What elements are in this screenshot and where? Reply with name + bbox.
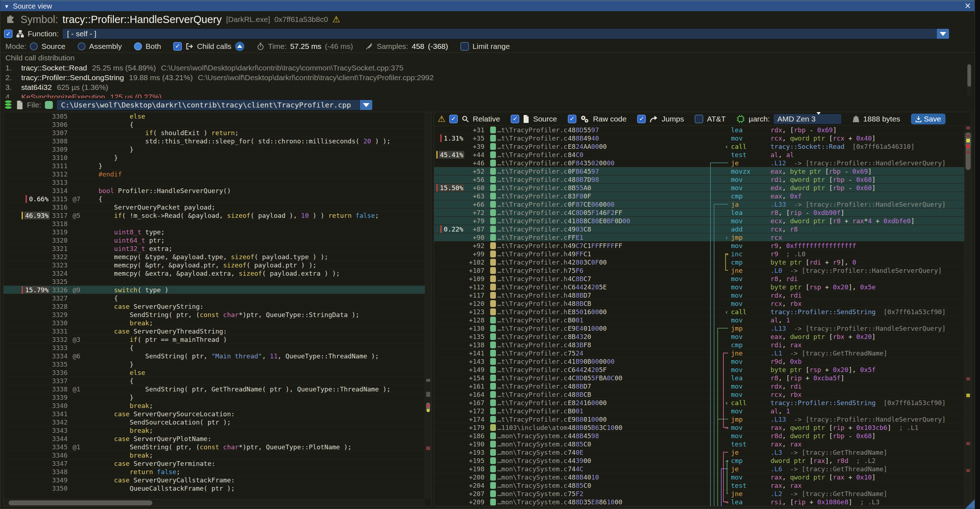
- asm-row[interactable]: +102…t\TracyProfiler.hpp:67642803C0F00cm…: [434, 258, 964, 266]
- child-calls-checkbox[interactable]: ✓: [173, 42, 182, 51]
- source-line[interactable]: 3328 case ServerQueryString:: [3, 302, 425, 310]
- resize-grip[interactable]: [965, 499, 975, 509]
- distribution-row[interactable]: 2.tracy::Profiler::SendLongString19.88 m…: [5, 73, 970, 82]
- function-dropdown[interactable]: [ - self - ]: [62, 29, 950, 39]
- asm-row[interactable]: +193…mon\TracySystem.cpp:197740Eje.L3 ->…: [434, 448, 964, 457]
- radio-both[interactable]: [134, 43, 142, 50]
- asm-row[interactable]: +128…t\TracyProfiler.cpp:3401B001moval, …: [434, 316, 964, 324]
- source-line[interactable]: 3325: [3, 277, 425, 286]
- asm-row[interactable]: +120…t\TracyProfiler.hpp:676488BCBmovrcx…: [434, 299, 964, 308]
- asm-row[interactable]: 1.31%+35…t\TracyProfiler.cpp:3317488B494…: [434, 134, 964, 142]
- source-line[interactable]: 3329 SendString( ptr, (const char*)ptr, …: [3, 310, 425, 319]
- source-line[interactable]: 3324 memcpy( &extra, &payload.extra, siz…: [3, 269, 425, 277]
- source-line[interactable]: 3327 {: [3, 294, 425, 302]
- source-line[interactable]: 3330 break;: [3, 319, 425, 327]
- source-line[interactable]: 3339 }: [3, 393, 425, 401]
- source-line[interactable]: 46.93%3317@5 if( !m_sock->Read( &payload…: [3, 212, 425, 220]
- source-line[interactable]: 3345@1 SendString( ptr, (const char*)ptr…: [3, 443, 425, 451]
- source-line[interactable]: 3322 memcpy( &type, &payload.type, sizeo…: [3, 253, 425, 261]
- source-line[interactable]: 3311}: [3, 162, 425, 170]
- asm-row[interactable]: +143…t\TracyProfiler.cpp:333441B90B00000…: [434, 357, 964, 366]
- radio-assembly[interactable]: [78, 43, 86, 50]
- asm-row[interactable]: +172…t\TracyProfiler.cpp:3401B001moval, …: [434, 407, 964, 415]
- asm-row[interactable]: +174…t\TracyProfiler.cpp:3401E9B8010000j…: [434, 415, 964, 423]
- source-line[interactable]: 3318: [3, 220, 425, 228]
- asm-row[interactable]: +72…t\TracyProfiler.cpp:33264C8D05F146F2…: [434, 208, 964, 217]
- radio-source[interactable]: [30, 43, 38, 50]
- asm-row[interactable]: +209…mon\TracySystem.cpp:258488D35E88610…: [434, 498, 964, 506]
- source-line[interactable]: 3336 else: [3, 369, 425, 377]
- distribution-scrollbar[interactable]: [967, 63, 972, 96]
- distribution-row[interactable]: 3.stat64i32625 µs (1.36%): [5, 82, 970, 92]
- asm-row[interactable]: +123…t\TracyProfiler.hpp:676E850160000‹c…: [434, 308, 964, 316]
- asm-row[interactable]: +138…t\TracyProfiler.cpp:3332483BF8cmprd…: [434, 341, 964, 349]
- source-line[interactable]: 3337 {: [3, 377, 425, 385]
- source-label[interactable]: Source: [533, 115, 557, 123]
- source-line[interactable]: 3343 break;: [3, 426, 425, 434]
- jumps-label[interactable]: Jumps: [662, 115, 684, 123]
- asm-row[interactable]: +99…t\TracyProfiler.hpp:67649FFC1→incr9 …: [434, 250, 964, 258]
- source-line[interactable]: 3333 {: [3, 344, 425, 352]
- asm-row[interactable]: +52…t\TracyProfiler.cpp:33260FB64597movz…: [434, 167, 964, 175]
- asm-row[interactable]: +130…t\TracyProfiler.cpp:3401E9E4010000j…: [434, 324, 964, 332]
- asm-row[interactable]: +92…t\TracyProfiler.hpp:67649C7C1FFFFFFF…: [434, 242, 964, 250]
- source-line[interactable]: 3346 break;: [3, 451, 425, 460]
- asm-row[interactable]: +164…t\TracyProfiler.cpp:3334488BCBmovrc…: [434, 390, 964, 399]
- asm-row[interactable]: 0.22%+87…t\TracyProfiler.cpp:33264903C8a…: [434, 225, 964, 233]
- child-calls-up-button[interactable]: [235, 42, 244, 51]
- relative-label[interactable]: Relative: [473, 115, 500, 123]
- file-dropdown[interactable]: C:\Users\wolf\Desktop\darkrl\contrib\tra…: [56, 100, 373, 110]
- asm-row[interactable]: +207…mon\TracySystem.cpp:20375F2jne.L2 -…: [434, 490, 964, 498]
- asm-row[interactable]: +56…t\TracyProfiler.cpp:3326488B7D98movr…: [434, 175, 964, 184]
- asm-row[interactable]: +90…t\TracyProfiler.cpp:3326FFE1‹jmprcx: [434, 233, 964, 242]
- asm-row[interactable]: +79…t\TracyProfiler.cpp:3326418B8C80E0BF…: [434, 217, 964, 225]
- source-line[interactable]: 3309 }: [3, 145, 425, 153]
- source-line[interactable]: 3335 }: [3, 360, 425, 369]
- limit-range-checkbox[interactable]: [460, 42, 469, 51]
- att-checkbox[interactable]: [695, 115, 703, 123]
- asm-row[interactable]: +167…t\TracyProfiler.cpp:3334E824160000‹…: [434, 399, 964, 407]
- source-line[interactable]: 0.66%3315@7{: [3, 195, 425, 203]
- asm-row[interactable]: +66…t\TracyProfiler.cpp:33260F87CE060000…: [434, 200, 964, 208]
- asm-row[interactable]: +161…t\TracyProfiler.cpp:3334488BD7movrd…: [434, 382, 964, 390]
- source-line[interactable]: 3349 case ServerQueryCallstackFrame:: [3, 476, 425, 484]
- asm-row[interactable]: 45.41%+44…t\TracyProfiler.cpp:331784C0te…: [434, 151, 964, 159]
- source-line[interactable]: 3314bool Profiler::HandleServerQuery(): [3, 186, 425, 195]
- title-bar[interactable]: ▼ Source view ✕: [0, 0, 975, 11]
- asm-row[interactable]: +198…mon\TracySystem.cpp:199744Cje.L6 ->…: [434, 465, 964, 473]
- asm-row[interactable]: +135…t\TracyProfiler.cpp:33328B4320movea…: [434, 332, 964, 341]
- raw-code-checkbox[interactable]: ✓: [568, 115, 576, 123]
- relative-checkbox[interactable]: ✓: [449, 115, 458, 123]
- source-line[interactable]: 15.79%3326@9 switch( type ): [3, 286, 425, 294]
- asm-row[interactable]: 15.50%+60…t\TracyProfiler.cpp:33268B55A0…: [434, 184, 964, 192]
- collapse-icon[interactable]: ▼: [4, 3, 10, 10]
- source-line[interactable]: 3331 case ServerQueryThreadString:: [3, 327, 425, 336]
- source-line[interactable]: 3305 else: [3, 112, 425, 121]
- asm-row[interactable]: +63…t\TracyProfiler.cpp:332683F80Fcmpeax…: [434, 192, 964, 200]
- radio-assembly-label[interactable]: Assembly: [89, 42, 122, 51]
- asm-row[interactable]: +154…t\TracyProfiler.cpp:33344C8D055FBA0…: [434, 374, 964, 382]
- asm-row[interactable]: +107…t\TracyProfiler.hpp:67675F6jne.L0 -…: [434, 266, 964, 275]
- asm-row[interactable]: +204…mon\TracySystem.cpp:2034885C0testra…: [434, 481, 964, 490]
- source-line[interactable]: 3341 case ServerQuerySourceLocation:: [3, 410, 425, 418]
- asm-row[interactable]: +109…t\TracyProfiler.hpp:6764C8BC7movr8,…: [434, 275, 964, 283]
- source-line[interactable]: 3323 memcpy( &ptr, &payload.ptr, sizeof(…: [3, 261, 425, 269]
- radio-source-label[interactable]: Source: [41, 42, 65, 51]
- source-line[interactable]: 3308 std::this_thread::sleep_for( std::c…: [3, 137, 425, 145]
- function-checkbox[interactable]: ✓: [4, 29, 13, 38]
- source-line[interactable]: 3312#endif: [3, 170, 425, 178]
- source-vertical-scrollbar[interactable]: [425, 112, 431, 499]
- asm-row[interactable]: +186…mon\TracySystem.cpp:197448B4598movr…: [434, 432, 964, 440]
- source-line[interactable]: 3338@1 SendString( ptr, GetThreadName( p…: [3, 385, 425, 393]
- asm-row[interactable]: +179…1103\include\atomic:1048488B05B63C1…: [434, 423, 964, 432]
- asm-row[interactable]: +149…t\TracyProfiler.cpp:3334C64424205Fm…: [434, 366, 964, 374]
- source-line[interactable]: 3340 break;: [3, 401, 425, 410]
- radio-both-label[interactable]: Both: [146, 42, 161, 51]
- source-line[interactable]: 3344 case ServerQueryPlotName:: [3, 434, 425, 443]
- asm-row[interactable]: +46…t\TracyProfiler.cpp:33170F8435020000…: [434, 159, 964, 167]
- source-line[interactable]: 3342 SendSourceLocation( ptr );: [3, 418, 425, 426]
- close-icon[interactable]: ✕: [964, 2, 971, 11]
- source-line[interactable]: 3310 }: [3, 153, 425, 162]
- source-horizontal-scrollbar[interactable]: [3, 499, 425, 506]
- att-label[interactable]: AT&T: [707, 115, 725, 123]
